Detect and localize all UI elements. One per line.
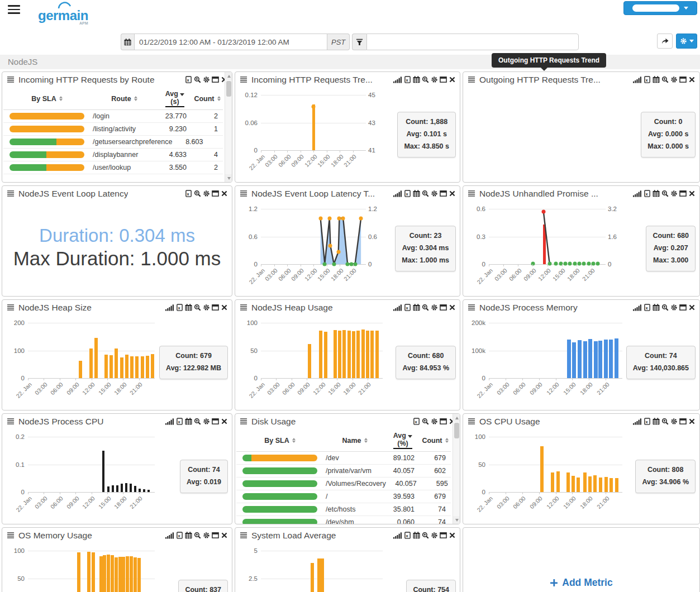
excel-icon[interactable] [644,190,651,197]
excel-icon[interactable] [176,532,183,539]
calendar-icon[interactable] [413,190,420,197]
gear-icon[interactable] [670,76,678,83]
filter-input[interactable] [366,34,579,50]
close-icon[interactable] [449,304,456,311]
window-icon[interactable] [679,418,687,425]
column-header-by-sla[interactable]: By SLA [236,437,323,445]
window-icon[interactable] [212,304,219,311]
scroll-up-arrow[interactable] [453,414,460,422]
scroll-thumb[interactable] [226,81,231,97]
gear-icon[interactable] [431,304,438,311]
share-button[interactable] [657,34,673,49]
zoom-icon[interactable] [661,304,669,311]
column-header-avg-s[interactable]: Avg (s) [158,90,192,107]
excel-icon[interactable] [404,190,411,197]
gear-icon[interactable] [431,190,438,197]
close-icon[interactable] [449,190,456,197]
list-icon[interactable] [240,76,247,83]
zoom-icon[interactable] [422,418,429,425]
excel-icon[interactable] [185,76,192,83]
gear-icon[interactable] [431,418,438,425]
scroll-up-arrow[interactable] [225,72,232,80]
gear-icon[interactable] [670,190,678,197]
list-icon[interactable] [7,76,15,83]
scroll-down-arrow[interactable] [453,516,460,524]
window-icon[interactable] [440,304,447,311]
user-menu-button[interactable] [623,1,697,15]
window-icon[interactable] [679,190,687,197]
excel-icon[interactable] [644,418,651,425]
zoom-icon[interactable] [661,76,669,83]
list-icon[interactable] [7,304,15,311]
list-icon[interactable] [240,190,247,197]
gear-icon[interactable] [203,76,210,83]
gear-icon[interactable] [431,76,438,83]
calendar-addon[interactable] [121,34,134,50]
list-icon[interactable] [7,190,15,197]
signal-icon[interactable] [393,76,402,83]
signal-icon[interactable] [633,76,642,83]
list-icon[interactable] [468,190,475,197]
close-icon[interactable] [688,418,696,425]
zoom-icon[interactable] [194,304,201,311]
zoom-icon[interactable] [422,76,429,83]
calendar-icon[interactable] [653,304,660,311]
settings-dropdown-button[interactable] [676,34,697,49]
gear-icon[interactable] [431,532,438,539]
signal-icon[interactable] [393,304,402,311]
close-icon[interactable] [449,76,456,83]
column-header-name[interactable]: Name [323,437,386,445]
excel-icon[interactable] [176,304,183,311]
calendar-icon[interactable] [653,418,660,425]
calendar-icon[interactable] [653,190,660,197]
window-icon[interactable] [440,418,447,425]
signal-icon[interactable] [393,532,402,539]
close-icon[interactable] [221,532,228,539]
column-header-by-sla[interactable]: By SLA [3,95,91,103]
column-header-route[interactable]: Route [91,95,158,103]
close-icon[interactable] [688,304,696,311]
close-icon[interactable] [449,532,456,539]
calendar-icon[interactable] [185,532,192,539]
window-icon[interactable] [440,76,447,83]
zoom-icon[interactable] [194,418,201,425]
zoom-icon[interactable] [661,418,669,425]
hamburger-menu-icon[interactable] [8,5,20,14]
column-header-count[interactable]: Count [192,95,223,103]
excel-icon[interactable] [404,532,411,539]
list-icon[interactable] [240,532,247,539]
list-icon[interactable] [7,418,15,425]
zoom-icon[interactable] [422,304,429,311]
signal-icon[interactable] [165,304,174,311]
excel-icon[interactable] [644,304,651,311]
plus-icon[interactable] [550,579,558,587]
gear-icon[interactable] [203,190,210,197]
date-range-input[interactable] [134,34,327,50]
zoom-icon[interactable] [194,76,201,83]
close-icon[interactable] [688,76,696,83]
signal-icon[interactable] [165,418,174,425]
calendar-icon[interactable] [185,418,192,425]
zoom-icon[interactable] [422,532,429,539]
close-icon[interactable] [221,418,228,425]
list-icon[interactable] [240,418,247,425]
excel-icon[interactable] [404,304,411,311]
list-icon[interactable] [468,418,475,425]
calendar-icon[interactable] [413,304,420,311]
close-icon[interactable] [221,304,228,311]
list-icon[interactable] [7,532,15,539]
excel-icon[interactable] [404,76,411,83]
list-icon[interactable] [468,304,475,311]
column-header-count[interactable]: Count [420,437,451,445]
calendar-icon[interactable] [413,532,420,539]
window-icon[interactable] [440,532,447,539]
signal-icon[interactable] [633,190,642,197]
gear-icon[interactable] [670,418,678,425]
add-metric-button[interactable]: Add Metric [463,528,699,592]
excel-icon[interactable] [413,418,420,425]
signal-icon[interactable] [393,190,402,197]
window-icon[interactable] [212,76,219,83]
signal-icon[interactable] [165,532,174,539]
excel-icon[interactable] [176,418,183,425]
column-header-avg[interactable]: Avg (%) [386,432,420,449]
